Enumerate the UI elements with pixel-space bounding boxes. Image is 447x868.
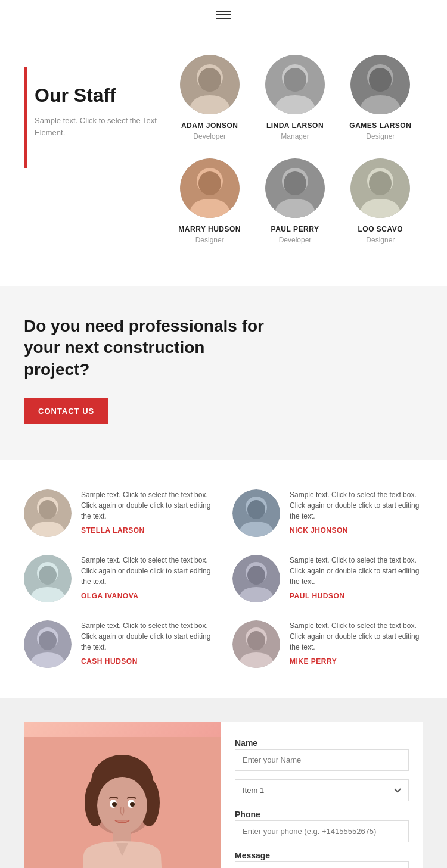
form-image [24, 722, 221, 868]
staff-member-role: Designer [366, 236, 395, 244]
team-member-description: Sample text. Click to select the text bo… [81, 489, 215, 522]
staff-avatar [350, 158, 410, 218]
staff-avatar [180, 158, 240, 218]
name-field-group: Name [235, 738, 409, 771]
team-info: Sample text. Click to select the text bo… [81, 489, 215, 535]
team-info: Sample text. Click to select the text bo… [81, 620, 215, 666]
staff-avatar [180, 55, 240, 114]
team-avatar [24, 620, 72, 668]
team-member-name: CASH HUDSON [81, 657, 215, 666]
team-member-description: Sample text. Click to select the text bo… [290, 489, 423, 522]
team-avatar [232, 489, 280, 537]
team-member: Sample text. Click to select the text bo… [232, 620, 423, 668]
message-field-group: Message [235, 851, 409, 868]
staff-card: LOO SCAVO Designer [338, 152, 423, 250]
team-row: Sample text. Click to select the text bo… [24, 489, 423, 537]
phone-label: Phone [235, 810, 409, 819]
team-avatar [232, 620, 280, 668]
staff-member-role: Designer [195, 236, 224, 244]
staff-member-role: Designer [366, 132, 395, 140]
staff-card: PAUL PERRY Developer [252, 152, 337, 250]
staff-description: Sample text. Click to select the Text El… [35, 115, 167, 138]
team-member-name: NICK JHONSON [290, 526, 423, 535]
staff-title: Our Staff [35, 85, 167, 107]
team-member-description: Sample text. Click to select the text bo… [81, 620, 215, 652]
dropdown-group: Item 1Item 2Item 3 [235, 779, 409, 801]
team-avatar [24, 489, 72, 537]
phone-field-group: Phone [235, 810, 409, 842]
team-member-name: STELLA LARSON [81, 526, 215, 535]
team-row: Sample text. Click to select the text bo… [24, 620, 423, 668]
team-section: Sample text. Click to select the text bo… [0, 460, 447, 698]
staff-member-name: MARRY HUDSON [178, 225, 241, 233]
team-info: Sample text. Click to select the text bo… [81, 555, 215, 600]
phone-input[interactable] [235, 820, 409, 842]
staff-member-role: Developer [193, 132, 226, 140]
team-member-description: Sample text. Click to select the text bo… [290, 620, 423, 652]
svg-point-29 [247, 566, 265, 585]
staff-intro: Our Staff Sample text. Click to select t… [24, 49, 167, 250]
team-row: Sample text. Click to select the text bo… [24, 555, 423, 602]
staff-member-name: LOO SCAVO [358, 225, 403, 233]
staff-card: MARRY HUDSON Designer [167, 152, 252, 250]
message-textarea[interactable] [235, 861, 409, 868]
svg-point-11 [198, 171, 221, 195]
staff-card: GAMES LARSON Designer [338, 49, 423, 146]
team-member-description: Sample text. Click to select the text bo… [81, 555, 215, 587]
svg-point-5 [284, 68, 306, 92]
contact-us-button[interactable]: CONTACT US [24, 398, 108, 424]
svg-point-2 [198, 68, 221, 92]
form-section: Name Item 1Item 2Item 3 Phone Message SU… [0, 698, 447, 868]
name-label: Name [235, 738, 409, 748]
svg-point-26 [39, 566, 57, 585]
svg-point-41 [97, 777, 147, 834]
svg-point-32 [39, 631, 57, 650]
svg-point-48 [130, 802, 135, 807]
svg-point-8 [369, 68, 392, 92]
staff-member-name: GAMES LARSON [349, 121, 411, 130]
name-input[interactable] [235, 749, 409, 771]
team-member-name: OLGA IVANOVA [81, 592, 215, 600]
team-member-name: PAUL HUDSON [290, 592, 423, 600]
team-info: Sample text. Click to select the text bo… [290, 620, 423, 666]
team-avatar [24, 555, 72, 602]
team-member: Sample text. Click to select the text bo… [232, 555, 423, 602]
team-member: Sample text. Click to select the text bo… [24, 555, 215, 602]
svg-point-17 [369, 171, 392, 195]
team-avatar [232, 555, 280, 602]
team-member-name: MIKE PERRY [290, 657, 423, 666]
svg-point-47 [112, 802, 117, 807]
item-dropdown[interactable]: Item 1Item 2Item 3 [235, 779, 409, 801]
cta-section: Do you need professionals for your next … [0, 286, 447, 460]
staff-member-name: LINDA LARSON [266, 121, 324, 130]
svg-point-35 [247, 631, 265, 650]
staff-section: Our Staff Sample text. Click to select t… [0, 25, 447, 286]
staff-avatar [265, 158, 325, 218]
team-member-description: Sample text. Click to select the text bo… [290, 555, 423, 587]
svg-point-23 [247, 500, 265, 519]
staff-member-role: Developer [279, 236, 312, 244]
staff-member-role: Manager [281, 132, 309, 140]
staff-avatar [265, 55, 325, 114]
staff-member-name: PAUL PERRY [271, 225, 319, 233]
message-label: Message [235, 851, 409, 860]
team-member: Sample text. Click to select the text bo… [232, 489, 423, 537]
staff-member-name: ADAM JONSON [181, 121, 238, 130]
site-header [0, 0, 447, 25]
team-member: Sample text. Click to select the text bo… [24, 620, 215, 668]
cta-heading: Do you need professionals for your next … [24, 316, 274, 380]
hamburger-icon[interactable] [216, 11, 231, 19]
team-grid: Sample text. Click to select the text bo… [24, 489, 423, 668]
team-info: Sample text. Click to select the text bo… [290, 489, 423, 535]
team-member: Sample text. Click to select the text bo… [24, 489, 215, 537]
team-info: Sample text. Click to select the text bo… [290, 555, 423, 600]
staff-avatar [350, 55, 410, 114]
svg-point-14 [284, 171, 306, 195]
svg-point-20 [39, 500, 57, 519]
staff-card: LINDA LARSON Manager [252, 49, 337, 146]
contact-form: Name Item 1Item 2Item 3 Phone Message SU… [221, 722, 423, 868]
staff-grid: ADAM JONSON Developer LINDA LARSON Manag… [167, 49, 423, 250]
staff-card: ADAM JONSON Developer [167, 49, 252, 146]
